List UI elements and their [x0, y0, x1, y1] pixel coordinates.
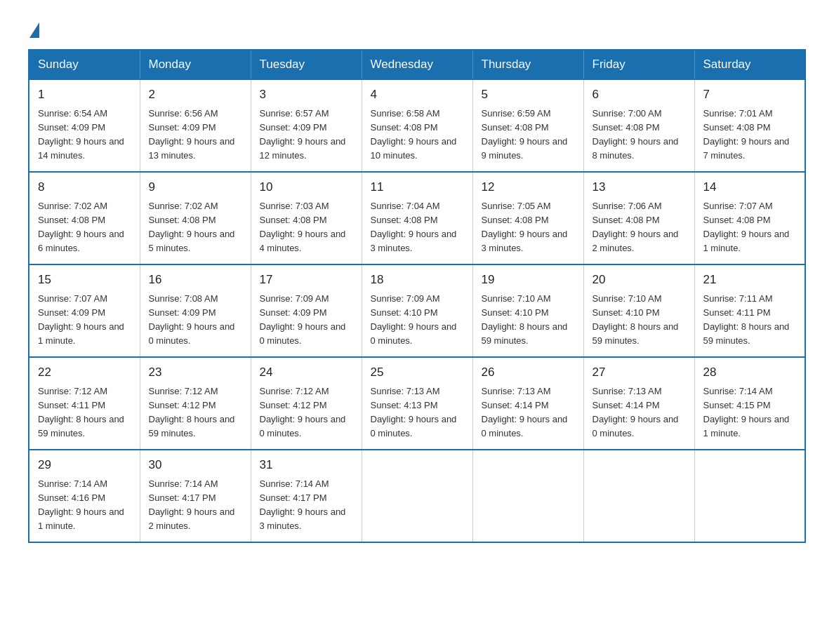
day-number: 7 — [703, 86, 797, 104]
day-info: Sunrise: 7:09 AMSunset: 4:10 PMDaylight:… — [371, 292, 464, 349]
day-number: 21 — [703, 271, 797, 289]
day-info: Sunrise: 6:56 AMSunset: 4:09 PMDaylight:… — [149, 107, 242, 163]
calendar-day-cell: 9Sunrise: 7:02 AMSunset: 4:08 PMDaylight… — [140, 172, 251, 264]
calendar-day-cell: 11Sunrise: 7:04 AMSunset: 4:08 PMDayligh… — [362, 172, 472, 264]
weekday-header-sunday: Sunday — [29, 50, 140, 79]
day-number: 15 — [38, 271, 131, 289]
day-number: 4 — [371, 86, 464, 104]
calendar-day-cell: 18Sunrise: 7:09 AMSunset: 4:10 PMDayligh… — [362, 264, 472, 357]
day-info: Sunrise: 7:08 AMSunset: 4:09 PMDaylight:… — [149, 292, 242, 349]
day-number: 30 — [149, 456, 242, 474]
calendar-day-cell: 13Sunrise: 7:06 AMSunset: 4:08 PMDayligh… — [583, 172, 694, 264]
calendar-body: 1Sunrise: 6:54 AMSunset: 4:09 PMDaylight… — [29, 79, 805, 542]
day-info: Sunrise: 7:06 AMSunset: 4:08 PMDaylight:… — [593, 199, 686, 256]
day-info: Sunrise: 7:14 AMSunset: 4:17 PMDaylight:… — [260, 477, 353, 534]
calendar-day-cell: 24Sunrise: 7:12 AMSunset: 4:12 PMDayligh… — [251, 357, 362, 450]
day-info: Sunrise: 7:10 AMSunset: 4:10 PMDaylight:… — [593, 292, 686, 349]
day-info: Sunrise: 7:14 AMSunset: 4:16 PMDaylight:… — [38, 477, 131, 534]
weekday-header-row: SundayMondayTuesdayWednesdayThursdayFrid… — [29, 50, 805, 79]
calendar-day-cell: 25Sunrise: 7:13 AMSunset: 4:13 PMDayligh… — [362, 357, 472, 450]
logo-triangle-icon — [29, 22, 39, 38]
day-info: Sunrise: 7:12 AMSunset: 4:12 PMDaylight:… — [149, 384, 242, 441]
day-number: 29 — [38, 456, 131, 474]
calendar-day-cell: 30Sunrise: 7:14 AMSunset: 4:17 PMDayligh… — [140, 450, 251, 542]
calendar-day-cell: 26Sunrise: 7:13 AMSunset: 4:14 PMDayligh… — [472, 357, 583, 450]
day-info: Sunrise: 7:09 AMSunset: 4:09 PMDaylight:… — [260, 292, 353, 349]
calendar-day-cell: 20Sunrise: 7:10 AMSunset: 4:10 PMDayligh… — [583, 264, 694, 357]
day-number: 26 — [482, 363, 575, 382]
day-number: 6 — [593, 86, 686, 104]
day-number: 5 — [482, 86, 575, 104]
day-number: 19 — [482, 271, 575, 289]
calendar-day-cell: 2Sunrise: 6:56 AMSunset: 4:09 PMDaylight… — [140, 79, 251, 172]
day-number: 31 — [260, 456, 353, 474]
day-info: Sunrise: 7:12 AMSunset: 4:12 PMDaylight:… — [260, 384, 353, 441]
calendar-day-cell: 14Sunrise: 7:07 AMSunset: 4:08 PMDayligh… — [694, 172, 805, 264]
day-info: Sunrise: 7:11 AMSunset: 4:11 PMDaylight:… — [703, 292, 797, 349]
day-number: 2 — [149, 86, 242, 104]
day-number: 20 — [593, 271, 686, 289]
day-info: Sunrise: 7:12 AMSunset: 4:11 PMDaylight:… — [38, 384, 131, 441]
calendar-day-cell — [472, 450, 583, 542]
calendar-day-cell: 21Sunrise: 7:11 AMSunset: 4:11 PMDayligh… — [694, 264, 805, 357]
calendar-day-cell: 23Sunrise: 7:12 AMSunset: 4:12 PMDayligh… — [140, 357, 251, 450]
calendar-day-cell: 22Sunrise: 7:12 AMSunset: 4:11 PMDayligh… — [29, 357, 140, 450]
calendar-day-cell: 19Sunrise: 7:10 AMSunset: 4:10 PMDayligh… — [472, 264, 583, 357]
day-info: Sunrise: 7:05 AMSunset: 4:08 PMDaylight:… — [482, 199, 575, 256]
calendar-day-cell: 28Sunrise: 7:14 AMSunset: 4:15 PMDayligh… — [694, 357, 805, 450]
weekday-header-saturday: Saturday — [694, 50, 805, 79]
day-number: 16 — [149, 271, 242, 289]
day-info: Sunrise: 7:14 AMSunset: 4:17 PMDaylight:… — [149, 477, 242, 534]
calendar-day-cell: 4Sunrise: 6:58 AMSunset: 4:08 PMDaylight… — [362, 79, 472, 172]
day-info: Sunrise: 7:13 AMSunset: 4:14 PMDaylight:… — [482, 384, 575, 441]
page-header — [28, 21, 806, 35]
day-number: 18 — [371, 271, 464, 289]
day-number: 22 — [38, 363, 131, 382]
day-info: Sunrise: 7:07 AMSunset: 4:09 PMDaylight:… — [38, 292, 131, 349]
calendar-day-cell: 12Sunrise: 7:05 AMSunset: 4:08 PMDayligh… — [472, 172, 583, 264]
logo — [28, 21, 39, 35]
calendar-day-cell: 7Sunrise: 7:01 AMSunset: 4:08 PMDaylight… — [694, 79, 805, 172]
day-number: 10 — [260, 178, 353, 196]
calendar-day-cell: 27Sunrise: 7:13 AMSunset: 4:14 PMDayligh… — [583, 357, 694, 450]
calendar-day-cell: 10Sunrise: 7:03 AMSunset: 4:08 PMDayligh… — [251, 172, 362, 264]
calendar-header: SundayMondayTuesdayWednesdayThursdayFrid… — [29, 50, 805, 79]
day-number: 17 — [260, 271, 353, 289]
calendar-day-cell — [583, 450, 694, 542]
weekday-header-friday: Friday — [583, 50, 694, 79]
calendar-day-cell: 16Sunrise: 7:08 AMSunset: 4:09 PMDayligh… — [140, 264, 251, 357]
day-number: 13 — [593, 178, 686, 196]
day-info: Sunrise: 7:14 AMSunset: 4:15 PMDaylight:… — [703, 384, 797, 441]
day-info: Sunrise: 7:02 AMSunset: 4:08 PMDaylight:… — [38, 199, 131, 256]
day-number: 23 — [149, 363, 242, 382]
day-number: 1 — [38, 86, 131, 104]
day-info: Sunrise: 6:59 AMSunset: 4:08 PMDaylight:… — [482, 107, 575, 163]
calendar-day-cell: 8Sunrise: 7:02 AMSunset: 4:08 PMDaylight… — [29, 172, 140, 264]
calendar-day-cell: 6Sunrise: 7:00 AMSunset: 4:08 PMDaylight… — [583, 79, 694, 172]
calendar-day-cell: 5Sunrise: 6:59 AMSunset: 4:08 PMDaylight… — [472, 79, 583, 172]
day-number: 25 — [371, 363, 464, 382]
day-number: 8 — [38, 178, 131, 196]
day-info: Sunrise: 7:02 AMSunset: 4:08 PMDaylight:… — [149, 199, 242, 256]
calendar-day-cell — [362, 450, 472, 542]
day-number: 28 — [703, 363, 797, 382]
weekday-header-monday: Monday — [140, 50, 251, 79]
day-info: Sunrise: 7:10 AMSunset: 4:10 PMDaylight:… — [482, 292, 575, 349]
day-info: Sunrise: 7:04 AMSunset: 4:08 PMDaylight:… — [371, 199, 464, 256]
calendar-week-row: 8Sunrise: 7:02 AMSunset: 4:08 PMDaylight… — [29, 172, 805, 264]
day-number: 3 — [260, 86, 353, 104]
calendar-day-cell: 17Sunrise: 7:09 AMSunset: 4:09 PMDayligh… — [251, 264, 362, 357]
weekday-header-thursday: Thursday — [472, 50, 583, 79]
calendar-table: SundayMondayTuesdayWednesdayThursdayFrid… — [28, 49, 806, 543]
day-info: Sunrise: 7:01 AMSunset: 4:08 PMDaylight:… — [703, 107, 797, 163]
calendar-day-cell: 29Sunrise: 7:14 AMSunset: 4:16 PMDayligh… — [29, 450, 140, 542]
day-info: Sunrise: 6:54 AMSunset: 4:09 PMDaylight:… — [38, 107, 131, 163]
day-number: 12 — [482, 178, 575, 196]
calendar-day-cell: 31Sunrise: 7:14 AMSunset: 4:17 PMDayligh… — [251, 450, 362, 542]
day-info: Sunrise: 6:57 AMSunset: 4:09 PMDaylight:… — [260, 107, 353, 163]
calendar-week-row: 22Sunrise: 7:12 AMSunset: 4:11 PMDayligh… — [29, 357, 805, 450]
day-info: Sunrise: 7:03 AMSunset: 4:08 PMDaylight:… — [260, 199, 353, 256]
calendar-week-row: 15Sunrise: 7:07 AMSunset: 4:09 PMDayligh… — [29, 264, 805, 357]
day-number: 11 — [371, 178, 464, 196]
day-number: 27 — [593, 363, 686, 382]
